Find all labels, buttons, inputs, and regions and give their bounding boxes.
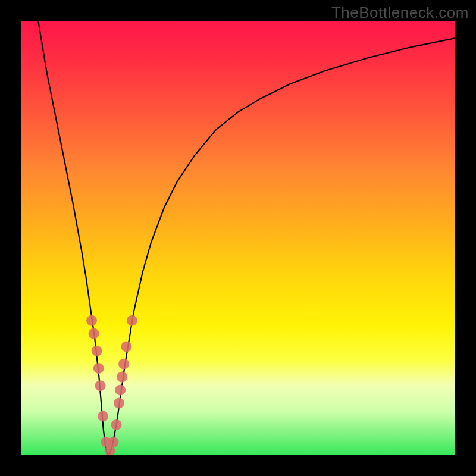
marker-dot: [95, 380, 106, 391]
marker-dot: [121, 342, 131, 352]
plot-area: [21, 21, 455, 455]
marker-dot: [118, 359, 129, 369]
marker-dot: [86, 315, 97, 326]
marker-dot: [115, 385, 126, 396]
marker-dot: [127, 315, 137, 326]
marker-dot: [114, 397, 124, 408]
marker-dot: [89, 328, 99, 339]
marker-dot: [98, 411, 108, 421]
marker-dot: [93, 363, 104, 374]
marker-dot: [108, 437, 119, 447]
watermark-text: TheBottleneck.com: [331, 4, 469, 22]
curve-svg: [21, 21, 455, 455]
marker-dot: [117, 372, 127, 383]
chart-frame: TheBottleneck.com: [0, 0, 476, 476]
marker-dot: [92, 346, 102, 356]
marker-dot: [111, 419, 122, 430]
